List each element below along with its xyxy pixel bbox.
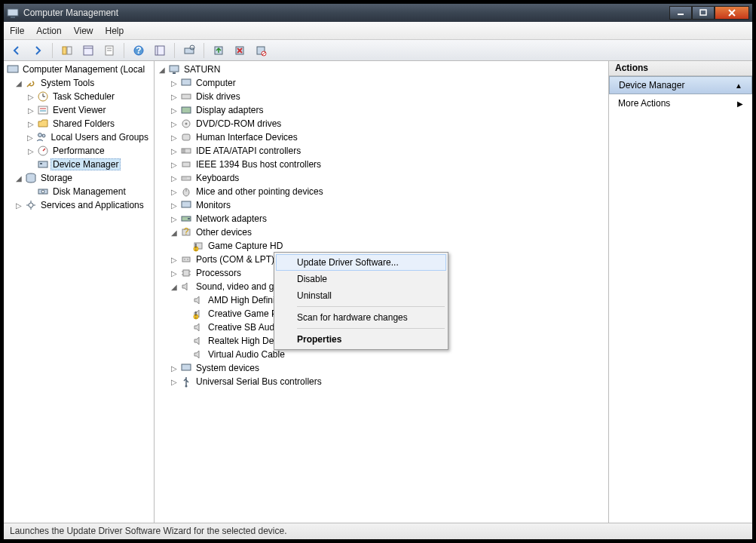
tree-shared-folders[interactable]: ▷ Shared Folders xyxy=(4,117,154,130)
collapse-arrow-icon: ▲ xyxy=(735,81,742,90)
expand-icon[interactable]: ▷ xyxy=(170,106,179,115)
forward-button[interactable] xyxy=(29,42,46,59)
expand-icon[interactable]: ▷ xyxy=(170,201,179,210)
svg-rect-45 xyxy=(182,94,191,99)
collapse-icon[interactable]: ◢ xyxy=(170,283,179,291)
toolbar-separator xyxy=(52,43,53,58)
device-computer[interactable]: ▷Computer xyxy=(155,76,608,90)
expand-icon[interactable]: ▷ xyxy=(170,174,179,183)
view-button[interactable] xyxy=(152,42,168,59)
properties-button[interactable] xyxy=(80,42,96,59)
expand-icon[interactable]: ▷ xyxy=(26,133,34,142)
device-hid[interactable]: ▷Human Interface Devices xyxy=(155,130,608,144)
uninstall-button[interactable] xyxy=(231,42,248,59)
unknown-device-icon: ! xyxy=(192,240,204,252)
svg-rect-60 xyxy=(182,201,191,207)
help-button[interactable]: ? xyxy=(130,42,147,59)
device-system[interactable]: ▷System devices xyxy=(155,361,608,375)
expand-icon[interactable]: ▷ xyxy=(170,147,179,155)
expand-icon[interactable]: ▷ xyxy=(26,93,35,101)
device-display-adapters[interactable]: ▷Display adapters xyxy=(155,103,608,117)
minimize-button[interactable] xyxy=(669,6,692,20)
collapse-icon[interactable]: ◢ xyxy=(170,229,179,237)
expand-icon[interactable]: ▷ xyxy=(26,120,35,128)
device-network[interactable]: ▷Network adapters xyxy=(155,212,608,225)
collapse-icon[interactable]: ◢ xyxy=(14,174,23,183)
ctx-properties[interactable]: Properties xyxy=(276,331,446,348)
device-mice[interactable]: ▷Mice and other pointing devices xyxy=(155,185,608,198)
menu-help[interactable]: Help xyxy=(106,26,124,36)
actions-more-actions[interactable]: More Actions ▶ xyxy=(609,94,752,112)
ctx-uninstall[interactable]: Uninstall xyxy=(276,287,446,304)
device-usb[interactable]: ▷Universal Serial Bus controllers xyxy=(155,375,608,388)
ctx-scan[interactable]: Scan for hardware changes xyxy=(276,309,446,326)
expand-icon[interactable]: ▷ xyxy=(170,215,179,223)
expand-icon[interactable]: ▷ xyxy=(170,269,179,278)
export-list-button[interactable] xyxy=(101,42,118,59)
expand-icon[interactable]: ▷ xyxy=(14,201,23,210)
device-game-capture[interactable]: !Game Capture HD xyxy=(155,239,608,253)
scan-hardware-button[interactable] xyxy=(181,42,197,59)
expand-icon[interactable]: ▷ xyxy=(170,93,179,101)
svg-rect-42 xyxy=(170,66,179,72)
hid-icon xyxy=(180,131,192,143)
system-device-icon xyxy=(180,362,192,374)
device-other[interactable]: ◢?Other devices xyxy=(155,225,608,239)
tree-performance[interactable]: ▷ Performance xyxy=(4,144,154,158)
disable-button[interactable] xyxy=(253,42,269,59)
mouse-icon xyxy=(180,186,192,198)
device-disk-drives[interactable]: ▷Disk drives xyxy=(155,90,608,103)
tree-storage[interactable]: ◢ Storage xyxy=(4,171,154,185)
tree-device-manager[interactable]: Device Manager xyxy=(4,158,154,171)
device-keyboards[interactable]: ▷Keyboards xyxy=(155,171,608,185)
console-tree-pane[interactable]: Computer Management (Local ◢ System Tool… xyxy=(4,61,155,523)
svg-text:!: ! xyxy=(194,242,197,252)
tree-root[interactable]: Computer Management (Local xyxy=(4,63,154,76)
expand-icon[interactable]: ▷ xyxy=(170,161,179,169)
maximize-button[interactable] xyxy=(692,6,715,20)
expand-icon[interactable]: ▷ xyxy=(170,378,179,386)
expand-icon[interactable]: ▷ xyxy=(170,188,179,196)
device-root[interactable]: ◢ SATURN xyxy=(155,63,608,76)
svg-point-57 xyxy=(186,178,187,179)
device-dvd[interactable]: ▷DVD/CD-ROM drives xyxy=(155,117,608,130)
collapse-icon[interactable]: ◢ xyxy=(158,66,167,74)
svg-point-55 xyxy=(183,178,184,179)
svg-text:!: ! xyxy=(194,310,197,320)
menu-action[interactable]: Action xyxy=(36,26,61,36)
tree-disk-management[interactable]: Disk Management xyxy=(4,185,154,198)
show-hide-tree-button[interactable] xyxy=(59,42,75,59)
tree-event-viewer[interactable]: ▷ Event Viewer xyxy=(4,103,154,117)
tree-services-apps[interactable]: ▷ Services and Applications xyxy=(4,198,154,212)
actions-device-manager[interactable]: Device Manager ▲ xyxy=(609,76,752,94)
device-ide[interactable]: ▷IDE ATA/ATAPI controllers xyxy=(155,144,608,158)
update-driver-button[interactable] xyxy=(210,42,227,59)
svg-rect-7 xyxy=(67,47,72,54)
window-title: Computer Management xyxy=(23,8,669,18)
close-button[interactable] xyxy=(715,6,749,20)
expand-icon[interactable]: ▷ xyxy=(170,364,179,373)
collapse-icon[interactable]: ◢ xyxy=(14,79,23,87)
menu-file[interactable]: File xyxy=(10,26,24,36)
back-button[interactable] xyxy=(8,42,25,59)
tree-task-scheduler[interactable]: ▷ Task Scheduler xyxy=(4,90,154,103)
ctx-disable[interactable]: Disable xyxy=(276,271,446,287)
expand-icon[interactable]: ▷ xyxy=(170,79,179,87)
tree-local-users[interactable]: ▷ Local Users and Groups xyxy=(4,130,154,144)
expand-icon[interactable]: ▷ xyxy=(170,120,179,128)
svg-rect-46 xyxy=(182,107,191,113)
device-monitors[interactable]: ▷Monitors xyxy=(155,198,608,212)
expand-icon[interactable]: ▷ xyxy=(170,133,179,142)
expand-icon[interactable]: ▷ xyxy=(26,147,35,155)
device-ieee1394[interactable]: ▷IEEE 1394 Bus host controllers xyxy=(155,158,608,171)
ctx-update-driver[interactable]: Update Driver Software... xyxy=(276,254,446,271)
tree-system-tools[interactable]: ◢ System Tools xyxy=(4,76,154,90)
audio-device-warning-icon: ! xyxy=(192,308,204,320)
expand-icon[interactable]: ▷ xyxy=(26,106,35,115)
horizontal-scrollbar[interactable] xyxy=(8,510,154,523)
expand-icon[interactable]: ▷ xyxy=(170,256,179,264)
svg-rect-6 xyxy=(63,47,66,54)
svg-point-33 xyxy=(38,133,41,137)
title-bar[interactable]: Computer Management xyxy=(4,4,752,22)
menu-view[interactable]: View xyxy=(74,26,93,36)
